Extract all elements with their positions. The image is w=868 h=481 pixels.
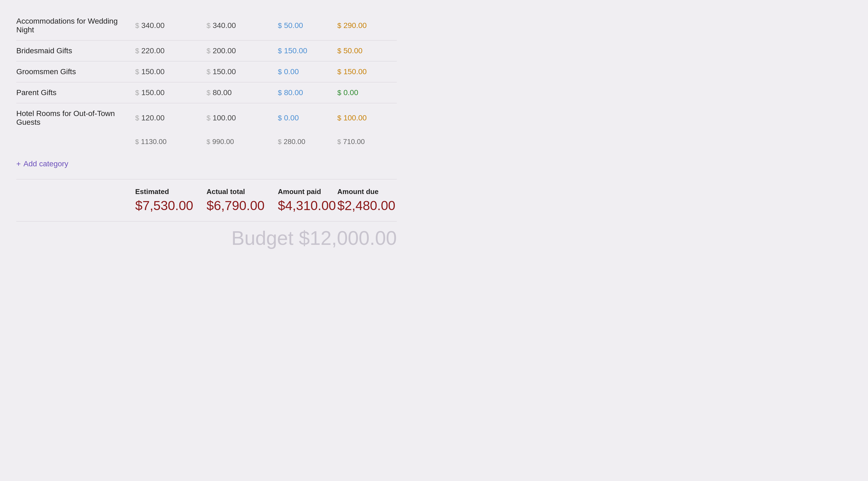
- estimated-amount: 220.00: [141, 46, 165, 55]
- plus-icon: +: [16, 160, 21, 168]
- dollar-sign-icon: $: [337, 68, 341, 76]
- paid-value: $4,310.00: [278, 198, 338, 213]
- budget-footer: Budget $12,000.00: [16, 221, 397, 249]
- table-row: Bridesmaid Gifts $ 220.00 $ 200.00 $ 150…: [16, 40, 397, 61]
- dollar-sign-icon: $: [207, 68, 210, 76]
- due-amount: 290.00: [343, 21, 367, 30]
- paid-cell: $ 0.00: [278, 67, 338, 76]
- dollar-sign-icon: $: [207, 47, 210, 55]
- estimated-value: $7,530.00: [135, 198, 207, 213]
- dollar-sign-icon: $: [278, 47, 282, 55]
- due-amount: 150.00: [343, 67, 367, 76]
- estimated-amount: 340.00: [141, 21, 165, 30]
- dollar-sign-icon: $: [135, 138, 139, 146]
- actual-label: Actual total: [207, 188, 278, 196]
- dollar-sign-icon: $: [207, 114, 210, 122]
- dollar-sign-icon: $: [207, 138, 210, 146]
- due-cell: $ 150.00: [337, 67, 397, 76]
- estimated-cell: $ 150.00: [135, 88, 207, 97]
- dollar-sign-icon: $: [337, 138, 341, 146]
- actual-amount: 100.00: [213, 114, 236, 122]
- summary-section: Estimated $7,530.00 Actual total $6,790.…: [16, 179, 397, 213]
- dollar-sign-icon: $: [135, 89, 139, 97]
- dollar-sign-icon: $: [278, 138, 282, 146]
- due-amount: 50.00: [343, 46, 363, 55]
- paid-amount: 50.00: [284, 21, 303, 30]
- table-row: Parent Gifts $ 150.00 $ 80.00 $ 80.00 $ …: [16, 82, 397, 103]
- total-estimated-value: 1130.00: [141, 137, 166, 146]
- dollar-sign-icon: $: [337, 22, 341, 30]
- budget-table: Accommodations for Wedding Night $ 340.0…: [16, 11, 397, 249]
- totals-row: $ 1130.00 $ 990.00 $ 280.00 $ 710.00: [16, 133, 397, 154]
- total-estimated-cell: $ 1130.00: [135, 137, 207, 146]
- due-cell: $ 100.00: [337, 114, 397, 122]
- due-amount: 0.00: [343, 88, 359, 97]
- paid-cell: $ 150.00: [278, 46, 338, 55]
- due-label: Amount due: [337, 188, 397, 196]
- actual-cell: $ 200.00: [207, 46, 278, 55]
- actual-amount: 80.00: [213, 88, 231, 97]
- table-row: Hotel Rooms for Out-of-Town Guests $ 120…: [16, 103, 397, 133]
- estimated-cell: $ 120.00: [135, 114, 207, 122]
- estimated-amount: 150.00: [141, 67, 165, 76]
- paid-amount: 0.00: [284, 67, 299, 76]
- add-category-row: + Add category: [16, 154, 397, 179]
- estimated-cell: $ 150.00: [135, 67, 207, 76]
- total-paid-cell: $ 280.00: [278, 137, 338, 146]
- estimated-amount: 120.00: [141, 114, 165, 122]
- dollar-sign-icon: $: [135, 47, 139, 55]
- table-row: Accommodations for Wedding Night $ 340.0…: [16, 11, 397, 40]
- dollar-sign-icon: $: [337, 47, 341, 55]
- due-cell: $ 290.00: [337, 21, 397, 30]
- category-name: Groomsmen Gifts: [16, 67, 135, 76]
- dollar-sign-icon: $: [278, 114, 282, 122]
- summary-actual: Actual total $6,790.00: [207, 188, 278, 213]
- paid-label: Amount paid: [278, 188, 338, 196]
- dollar-sign-icon: $: [135, 114, 139, 122]
- actual-cell: $ 100.00: [207, 114, 278, 122]
- actual-amount: 150.00: [213, 67, 236, 76]
- actual-amount: 200.00: [213, 46, 236, 55]
- dollar-sign-icon: $: [278, 22, 282, 30]
- dollar-sign-icon: $: [337, 114, 341, 122]
- dollar-sign-icon: $: [135, 68, 139, 76]
- add-category-label: Add category: [23, 160, 68, 168]
- dollar-sign-icon: $: [337, 89, 341, 97]
- category-name: Accommodations for Wedding Night: [16, 17, 135, 34]
- actual-cell: $ 80.00: [207, 88, 278, 97]
- dollar-sign-icon: $: [207, 22, 210, 30]
- estimated-label: Estimated: [135, 188, 207, 196]
- dollar-sign-icon: $: [135, 22, 139, 30]
- budget-total-label: Budget $12,000.00: [231, 227, 397, 249]
- estimated-amount: 150.00: [141, 88, 165, 97]
- total-actual-cell: $ 990.00: [207, 137, 278, 146]
- category-name: Hotel Rooms for Out-of-Town Guests: [16, 109, 135, 127]
- actual-amount: 340.00: [213, 21, 236, 30]
- due-cell: $ 50.00: [337, 46, 397, 55]
- dollar-sign-icon: $: [278, 89, 282, 97]
- total-due-value: 710.00: [343, 137, 365, 146]
- summary-estimated: Estimated $7,530.00: [135, 188, 207, 213]
- total-paid-value: 280.00: [284, 137, 306, 146]
- paid-amount: 0.00: [284, 114, 299, 122]
- table-row: Groomsmen Gifts $ 150.00 $ 150.00 $ 0.00…: [16, 61, 397, 82]
- dollar-sign-icon: $: [278, 68, 282, 76]
- actual-cell: $ 340.00: [207, 21, 278, 30]
- paid-cell: $ 50.00: [278, 21, 338, 30]
- dollar-sign-icon: $: [207, 89, 210, 97]
- category-name: Bridesmaid Gifts: [16, 46, 135, 55]
- paid-cell: $ 80.00: [278, 88, 338, 97]
- total-actual-value: 990.00: [212, 137, 234, 146]
- paid-amount: 80.00: [284, 88, 303, 97]
- summary-due: Amount due $2,480.00: [337, 188, 397, 213]
- paid-cell: $ 0.00: [278, 114, 338, 122]
- actual-cell: $ 150.00: [207, 67, 278, 76]
- due-cell: $ 0.00: [337, 88, 397, 97]
- summary-paid: Amount paid $4,310.00: [278, 188, 338, 213]
- estimated-cell: $ 340.00: [135, 21, 207, 30]
- due-value: $2,480.00: [337, 198, 397, 213]
- actual-value: $6,790.00: [207, 198, 278, 213]
- add-category-button[interactable]: + Add category: [16, 160, 68, 168]
- total-due-cell: $ 710.00: [337, 137, 397, 146]
- estimated-cell: $ 220.00: [135, 46, 207, 55]
